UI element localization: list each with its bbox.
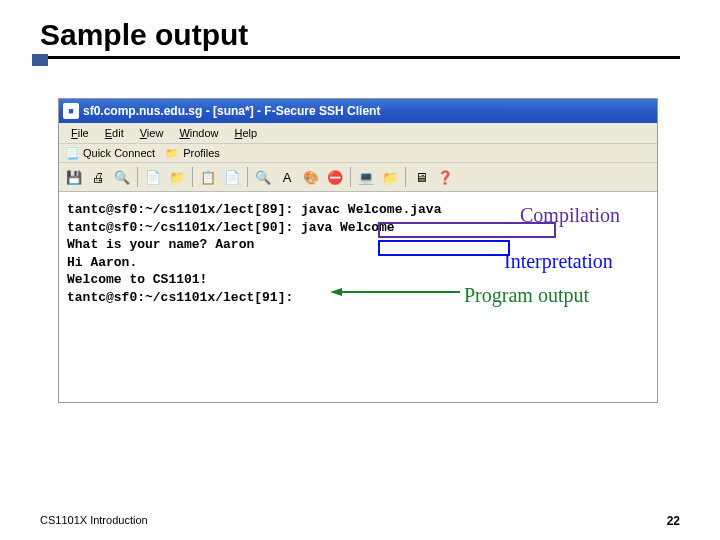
paste-icon: 📄	[224, 170, 240, 185]
menu-help[interactable]: Help	[227, 125, 266, 141]
find-button[interactable]: 🔍	[252, 166, 274, 188]
menubar: File Edit View Window Help	[59, 123, 657, 144]
separator	[137, 167, 138, 187]
annotation-program-output: Program output	[464, 284, 589, 307]
separator	[247, 167, 248, 187]
settings-icon: 🖥	[415, 170, 428, 185]
folder-icon: 📁	[165, 147, 179, 159]
copy-button[interactable]: 📋	[197, 166, 219, 188]
interpretation-highlight-box	[378, 240, 510, 256]
print-icon: 🖨	[92, 170, 105, 185]
footer-course: CS1101X Introduction	[40, 514, 148, 526]
quickbar: 📃 Quick Connect 📁 Profiles	[59, 144, 657, 163]
title-accent	[32, 54, 48, 66]
save-button[interactable]: 💾	[63, 166, 85, 188]
quick-connect-label: Quick Connect	[83, 147, 155, 159]
program-output-arrow	[330, 287, 460, 297]
menu-view[interactable]: View	[132, 125, 172, 141]
settings-button[interactable]: 🖥	[410, 166, 432, 188]
new-icon: 📄	[145, 170, 161, 185]
sftp-button[interactable]: 📁	[379, 166, 401, 188]
new-button[interactable]: 📄	[142, 166, 164, 188]
profiles-button[interactable]: 📁 Profiles	[165, 147, 220, 159]
separator	[405, 167, 406, 187]
terminal-icon: 💻	[358, 170, 374, 185]
print-button[interactable]: 🖨	[87, 166, 109, 188]
svg-marker-1	[330, 288, 342, 296]
disconnect-button[interactable]: ⛔	[324, 166, 346, 188]
page-title: Sample output	[0, 0, 720, 56]
copy-icon: 📋	[200, 170, 216, 185]
toolbar: 💾 🖨 🔍 📄 📁 📋 📄 🔍 A 🎨 ⛔ 💻 📁 🖥 ❓	[59, 163, 657, 192]
sftp-icon: 📁	[382, 170, 398, 185]
open-icon: 📁	[169, 170, 185, 185]
save-icon: 💾	[66, 170, 82, 185]
separator	[192, 167, 193, 187]
help-button[interactable]: ❓	[434, 166, 456, 188]
menu-file[interactable]: File	[63, 125, 97, 141]
disconnect-icon: ⛔	[327, 170, 343, 185]
preview-icon: 🔍	[114, 170, 130, 185]
preview-button[interactable]: 🔍	[111, 166, 133, 188]
profiles-label: Profiles	[183, 147, 220, 159]
menu-window[interactable]: Window	[171, 125, 226, 141]
menu-edit[interactable]: Edit	[97, 125, 132, 141]
title-underline	[32, 56, 680, 59]
colors-button[interactable]: 🎨	[300, 166, 322, 188]
slide-number: 22	[667, 514, 680, 528]
separator	[350, 167, 351, 187]
paste-button[interactable]: 📄	[221, 166, 243, 188]
document-icon: 📃	[65, 147, 79, 159]
colors-icon: 🎨	[303, 170, 319, 185]
font-button[interactable]: A	[276, 166, 298, 188]
open-button[interactable]: 📁	[166, 166, 188, 188]
titlebar-text: sf0.comp.nus.edu.sg - [suna*] - F-Secure…	[83, 104, 380, 118]
annotation-compilation: Compilation	[520, 204, 620, 227]
help-icon: ❓	[437, 170, 453, 185]
find-icon: 🔍	[255, 170, 271, 185]
quick-connect-button[interactable]: 📃 Quick Connect	[65, 147, 155, 159]
titlebar[interactable]: ■ sf0.comp.nus.edu.sg - [suna*] - F-Secu…	[59, 99, 657, 123]
terminal-button[interactable]: 💻	[355, 166, 377, 188]
font-icon: A	[283, 170, 292, 185]
annotation-interpretation: Interpretation	[504, 250, 613, 273]
app-icon: ■	[63, 103, 79, 119]
